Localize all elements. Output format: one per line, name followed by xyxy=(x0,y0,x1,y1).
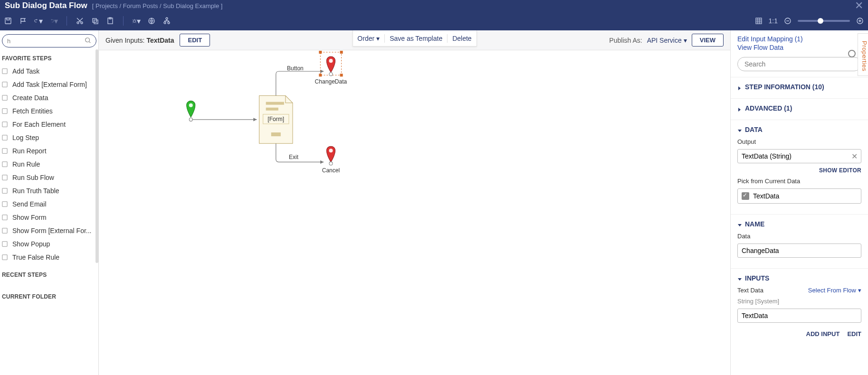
zoom-in-icon[interactable] xyxy=(856,17,864,25)
pick-label: Pick from Current Data xyxy=(737,178,861,185)
favorite-step-item[interactable]: Show Form xyxy=(0,211,98,224)
svg-rect-16 xyxy=(2,69,7,74)
checkbox-checked-icon xyxy=(742,192,749,200)
step-icon xyxy=(2,68,9,75)
name-section[interactable]: NAME xyxy=(731,218,868,230)
paste-icon[interactable] xyxy=(106,17,114,25)
favorite-step-item[interactable]: Show Form [External For... xyxy=(0,224,98,237)
input-text-data-label: Text Data xyxy=(737,287,763,294)
given-inputs-label: Given Inputs: TextData xyxy=(105,37,174,44)
svg-rect-36 xyxy=(271,132,281,136)
svg-rect-18 xyxy=(2,95,7,100)
pick-textdata-checkbox[interactable]: TextData xyxy=(737,188,861,204)
inputs-section[interactable]: INPUTS xyxy=(731,272,868,284)
show-editor-link[interactable]: SHOW EDITOR xyxy=(737,167,861,174)
step-label: Add Task xyxy=(12,67,39,75)
svg-point-7 xyxy=(134,20,136,22)
left-panel: h FAVORITE STEPS Add TaskAdd Task [Exter… xyxy=(0,30,99,375)
step-label: Run Rule xyxy=(12,160,40,168)
favorite-step-item[interactable]: True False Rule xyxy=(0,251,98,264)
flag-icon[interactable] xyxy=(19,17,28,25)
favorites-header: FAVORITE STEPS xyxy=(0,51,98,65)
favorite-step-item[interactable]: Show Popup xyxy=(0,237,98,251)
svg-point-32 xyxy=(189,118,192,121)
svg-point-43 xyxy=(329,73,333,76)
properties-search[interactable] xyxy=(737,57,861,71)
step-label: Send Email xyxy=(12,200,47,208)
cancel-node[interactable]: Cancel xyxy=(322,146,340,173)
copy-icon[interactable] xyxy=(91,17,99,25)
view-flow-data-link[interactable]: View Flow Data xyxy=(737,44,861,51)
input-type-label: String [System] xyxy=(737,298,861,305)
toolbar: ▾ ▾ ▾ 1:1 xyxy=(0,11,868,30)
zoom-out-icon[interactable] xyxy=(783,17,792,25)
step-icon xyxy=(2,108,9,114)
step-label: For Each Element xyxy=(12,121,66,128)
step-icon xyxy=(2,188,9,194)
favorite-step-item[interactable]: Run Truth Table xyxy=(0,184,98,197)
steps-search[interactable]: h xyxy=(2,34,96,47)
view-button[interactable]: VIEW xyxy=(692,34,724,47)
debug-icon[interactable]: ▾ xyxy=(132,17,141,25)
edit-input-mapping-link[interactable]: Edit Input Mapping (1) xyxy=(737,35,861,43)
undo-icon[interactable]: ▾ xyxy=(34,17,43,25)
data-section[interactable]: DATA xyxy=(731,124,868,135)
step-label: Log Step xyxy=(12,134,39,141)
favorite-step-item[interactable]: Run Sub Flow xyxy=(0,171,98,184)
hierarchy-icon[interactable] xyxy=(162,17,171,25)
properties-panel: Edit Input Mapping (1) View Flow Data ST… xyxy=(730,30,868,375)
zoom-slider[interactable] xyxy=(798,20,850,22)
svg-rect-34 xyxy=(266,108,278,111)
svg-point-44 xyxy=(329,149,333,152)
svg-rect-12 xyxy=(756,18,762,24)
svg-rect-19 xyxy=(2,109,7,113)
start-node[interactable] xyxy=(187,101,195,122)
svg-rect-17 xyxy=(2,82,7,87)
step-icon xyxy=(2,241,9,247)
save-icon[interactable] xyxy=(4,17,12,25)
globe-icon[interactable] xyxy=(147,17,156,25)
grid-icon[interactable] xyxy=(754,17,763,25)
scrollbar[interactable] xyxy=(95,49,98,263)
step-icon xyxy=(2,174,9,181)
favorite-step-item[interactable]: Run Rule xyxy=(0,158,98,171)
step-label: Run Sub Flow xyxy=(12,174,54,181)
advanced-section[interactable]: ADVANCED (1) xyxy=(731,103,868,114)
order-action[interactable]: Order▾ xyxy=(357,35,380,42)
save-template-action[interactable]: Save as Template xyxy=(390,35,442,42)
favorite-step-item[interactable]: Add Task xyxy=(0,65,98,78)
close-icon[interactable]: ✕ xyxy=(855,0,863,12)
name-field[interactable] xyxy=(737,244,861,258)
changedata-node[interactable]: ChangeData xyxy=(315,51,347,85)
step-icon xyxy=(2,81,9,88)
select-from-flow[interactable]: Select From Flow▾ xyxy=(808,287,861,294)
favorite-step-item[interactable]: Run Report xyxy=(0,144,98,158)
changedata-label: ChangeData xyxy=(315,78,347,85)
step-label: Show Form [External For... xyxy=(12,227,92,234)
svg-rect-26 xyxy=(2,202,7,206)
clear-icon[interactable]: ✕ xyxy=(851,152,858,161)
delete-action[interactable]: Delete xyxy=(452,35,471,42)
redo-icon[interactable]: ▾ xyxy=(49,17,58,25)
properties-side-tab[interactable]: Properties xyxy=(858,33,868,76)
inputs-edit-link[interactable]: EDIT xyxy=(847,330,861,338)
favorite-step-item[interactable]: Log Step xyxy=(0,131,98,144)
svg-rect-0 xyxy=(5,18,11,24)
favorite-step-item[interactable]: Send Email xyxy=(0,197,98,211)
svg-point-11 xyxy=(168,22,170,24)
cut-icon[interactable] xyxy=(76,17,84,25)
step-information-section[interactable]: STEP INFORMATION (10) xyxy=(731,81,868,93)
input-text-data-field[interactable] xyxy=(737,309,861,323)
publish-as-select[interactable]: API Service▾ xyxy=(647,37,687,44)
add-input-link[interactable]: ADD INPUT xyxy=(806,330,840,338)
favorite-step-item[interactable]: Create Data xyxy=(0,91,98,104)
output-field[interactable] xyxy=(737,149,861,163)
recent-header: RECENT STEPS xyxy=(0,268,98,281)
step-icon xyxy=(2,148,9,154)
favorite-step-item[interactable]: For Each Element xyxy=(0,118,98,131)
favorite-step-item[interactable]: Fetch Entities xyxy=(0,104,98,118)
form-node[interactable]: [Form] xyxy=(259,96,293,144)
flow-canvas[interactable]: [Form] Button ChangeData xyxy=(99,50,730,375)
edit-inputs-button[interactable]: EDIT xyxy=(180,34,210,47)
favorite-step-item[interactable]: Add Task [External Form] xyxy=(0,78,98,91)
